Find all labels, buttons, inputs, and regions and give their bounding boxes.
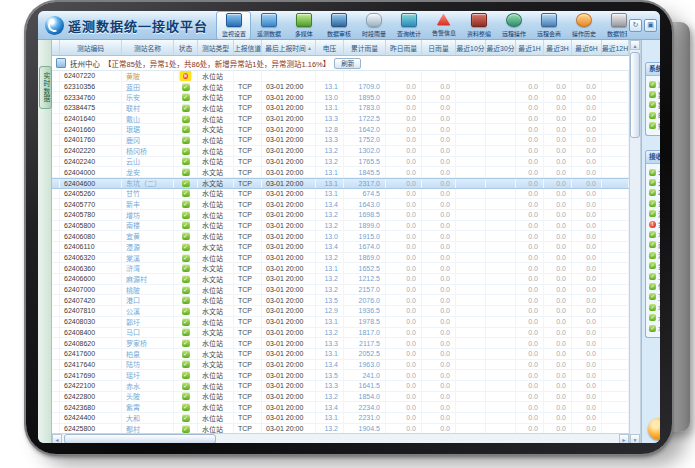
service-item[interactable]: ✓201 (646, 188, 660, 198)
scroll-down-icon[interactable]: ▼ (630, 434, 640, 443)
station-row[interactable]: 62408400马口✓水文站TCP03-01 20:0013.21817.00.… (52, 328, 629, 339)
service-item[interactable]: ✓水雨 (646, 229, 660, 239)
station-row[interactable]: 62417640陆坊✓水文站TCP03-01 20:0013.41963.00.… (52, 360, 629, 371)
toolbar-item-monitor-settings[interactable]: 监视设置 (216, 11, 251, 40)
station-row[interactable]: 62405770新丰✓水位站TCP03-01 20:0013.41643.00.… (52, 199, 629, 210)
station-row[interactable]: 62422100赤水✓水位站TCP03-01 20:0013.31641.50.… (52, 381, 629, 392)
station-row[interactable]: 62404000龙安✓水文站TCP03-01 20:0013.11845.50.… (52, 167, 629, 178)
tab-realtime-data[interactable]: 实时数据 (39, 66, 52, 109)
toolbar-item-period-rainfall[interactable]: 时段雨量 (356, 11, 391, 40)
service-item[interactable]: ✓数据 (646, 89, 660, 99)
station-row[interactable]: 62425800鄢村✓水位站TCP03-01 20:0013.21904.50.… (52, 424, 629, 433)
service-item[interactable]: ✓水投 (646, 323, 660, 333)
station-row[interactable]: 62406110潭源✓水文站TCP03-01 20:0013.41674.00.… (52, 242, 629, 253)
toolbar-item-data-compile[interactable]: 资料整编 (461, 11, 496, 40)
station-row[interactable]: 62406320棠溪✓水位站TCP03-01 20:0013.21869.00.… (52, 253, 629, 264)
service-item[interactable]: ✓金水 (646, 260, 660, 270)
toolbar-item-remote-consult[interactable]: 远程会商 (531, 11, 566, 40)
service-item[interactable]: ✓湖北 (646, 209, 660, 219)
station-row[interactable]: 62402220杨冈桥✓水位站TCP03-01 20:0013.21302.00… (52, 146, 629, 157)
service-item[interactable]: ✓南京 (646, 240, 660, 250)
column-header-4[interactable]: 测站类型 (198, 40, 234, 55)
station-row[interactable]: 62405260甘竹✓水位站TCP03-01 20:0013.1674.50.0… (52, 189, 629, 200)
station-row[interactable]: 62405780增坊✓水位站TCP03-01 20:0013.21698.50.… (52, 210, 629, 221)
service-item[interactable]: ✓湖北 (646, 250, 660, 260)
station-row[interactable]: 62405800南楼✓水位站TCP03-01 20:0013.21899.00.… (52, 221, 629, 232)
column-header-10[interactable]: 日雨量 (422, 40, 456, 55)
station-row[interactable]: 62407810公溪✓水文站TCP03-01 20:0012.91936.50.… (52, 306, 629, 317)
station-row[interactable]: 62406360浒湾✓水文站TCP03-01 20:0013.11652.50.… (52, 263, 629, 274)
column-header-6[interactable]: 最后上报时间▲ (262, 40, 316, 55)
station-row[interactable]: 62408030郭圩✓水位站TCP03-01 20:0013.11978.50.… (52, 317, 629, 328)
column-header-7[interactable]: 电压 (316, 40, 344, 55)
service-item[interactable]: !金水 (646, 219, 660, 229)
vertical-scroll-thumb[interactable] (630, 52, 640, 138)
column-header-15[interactable]: 最近6H (572, 40, 602, 55)
station-row[interactable]: 62401760鹿冈✓水位站TCP03-01 20:0013.31752.00.… (52, 135, 629, 146)
service-item[interactable]: ✓邮件 (646, 110, 660, 120)
station-row[interactable]: 62424400大和✓水位站TCP03-01 20:0013.12231.00.… (52, 413, 629, 424)
station-row[interactable]: 62401660琅琚✓水文站TCP03-01 20:0012.81642.00.… (52, 124, 629, 135)
toolbar-item-multimedia[interactable]: 多媒体 (286, 11, 321, 40)
station-row[interactable]: 62384475联村✓水位站TCP03-01 20:0013.11783.00.… (52, 103, 629, 114)
column-header-16[interactable]: 最近12H (602, 40, 629, 55)
column-header-8[interactable]: 累计雨量 (344, 40, 386, 55)
station-row[interactable]: 62417600柏泉✓水文站TCP03-01 20:0013.12052.50.… (52, 349, 629, 360)
service-item[interactable]: ✓水投 (646, 312, 660, 322)
toolbar-item-operation-history[interactable]: 操作历史 (566, 11, 601, 40)
station-row[interactable]: 62407000桃陂✓水位站TCP03-01 20:0013.22157.00.… (52, 285, 629, 296)
horizontal-scrollbar[interactable]: ◄ ► (52, 433, 629, 443)
column-header-3[interactable]: 状态 (174, 40, 198, 55)
station-row[interactable]: 62423680紫霄✓水位站TCP03-01 20:0013.42234.00.… (52, 402, 629, 413)
column-header-13[interactable]: 最近1H (516, 40, 544, 55)
scroll-up-icon[interactable]: ▲ (630, 40, 640, 50)
service-item[interactable]: ✓水资 (646, 302, 660, 312)
column-header-14[interactable]: 最近3H (544, 40, 572, 55)
station-row[interactable]: 62406600麻源村✓水文站TCP03-01 20:0013.21212.50… (52, 274, 629, 285)
station-row[interactable]: 62408620罗家桥✓水位站TCP03-01 20:0013.32117.50… (52, 338, 629, 349)
station-row[interactable]: 62310356蓝田✓水位站TCP03-01 20:0013.11709.00.… (52, 82, 629, 93)
service-item[interactable]: ✓短信 (646, 121, 660, 131)
status-cell: ✓ (174, 381, 198, 391)
toolbar-item-alarm-info[interactable]: 告警信息 (426, 12, 461, 39)
horizontal-scroll-thumb[interactable] (64, 434, 216, 443)
service-item[interactable]: ✓数据 (646, 100, 660, 110)
station-row[interactable]: 62402240云山✓水位站TCP03-01 20:0013.21765.50.… (52, 157, 629, 168)
column-header-12[interactable]: 最近30分 (486, 40, 516, 55)
cell-col-12 (486, 114, 516, 124)
toolbar-item-telemetry-data[interactable]: 遥测数据 (251, 11, 286, 40)
column-header-9[interactable]: 昨日雨量 (386, 40, 422, 55)
column-header-marker[interactable] (52, 40, 60, 55)
service-item[interactable]: ✓北京 (646, 177, 660, 187)
refresh-button[interactable]: ↻ (629, 19, 642, 32)
station-row[interactable]: 62407220黄陂✕水位站 (52, 71, 629, 82)
vertical-scrollbar[interactable]: ▲ ▼ (629, 40, 641, 443)
toolbar-item-data-management[interactable]: 数据管理 (601, 11, 627, 40)
scroll-left-icon[interactable]: ◄ (52, 434, 62, 443)
toolbar-item-remote-operation[interactable]: 远程操作 (496, 11, 531, 40)
group-refresh-button[interactable]: 刷新 (334, 58, 361, 69)
column-header-5[interactable]: 上报信道 (234, 40, 262, 55)
service-item[interactable]: ✓金水 (646, 198, 660, 208)
station-row[interactable]: 62401640戴山✓水位站TCP03-01 20:0013.31722.50.… (52, 114, 629, 125)
layout-button[interactable]: ▣ (644, 19, 657, 32)
scroll-right-icon[interactable]: ► (619, 434, 629, 443)
column-header-2[interactable]: 测站名称 (122, 40, 174, 55)
station-row[interactable]: 62406080宜黄✓水位站TCP03-01 20:0013.01915.00.… (52, 231, 629, 242)
station-row[interactable]: 62334760乐安✓水位站TCP03-01 20:0013.01895.00.… (52, 92, 629, 103)
service-item[interactable]: ✓远程 (646, 79, 660, 89)
station-row[interactable]: 62417690瑶圩✓水位站TCP03-01 20:0013.5241.00.0… (52, 370, 629, 381)
station-row[interactable]: 62404600东坑（二）✓水文站TCP03-01 20:0013.12317.… (52, 178, 629, 189)
toolbar-item-query-stats[interactable]: 查询统计 (391, 11, 426, 40)
toolbar-item-data-audit[interactable]: 数据审核 (321, 11, 356, 40)
group-expand-icon[interactable] (56, 58, 66, 68)
column-header-11[interactable]: 最近10分 (456, 40, 486, 55)
service-item[interactable]: ✓北京 (646, 167, 660, 177)
column-header-1[interactable]: 测站编码 (60, 40, 122, 55)
service-item[interactable]: ✓亿水 (646, 281, 660, 291)
service-item[interactable]: ✓艾力 (646, 292, 660, 302)
status-ball-icon[interactable] (648, 418, 660, 440)
station-row[interactable]: 62422800头陂✓水位站TCP03-01 20:0013.21854.00.… (52, 392, 629, 403)
service-item[interactable]: ✓艾力 (646, 271, 660, 281)
station-row[interactable]: 62407420港口✓水位站TCP03-01 20:0013.52076.00.… (52, 295, 629, 306)
